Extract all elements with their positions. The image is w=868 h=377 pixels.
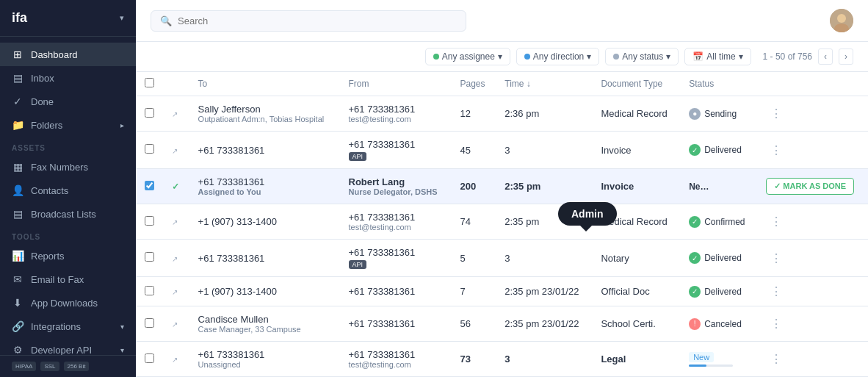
pagination-info: 1 - 50 of 756 — [763, 51, 812, 62]
avatar[interactable] — [830, 9, 853, 32]
more-options-icon[interactable]: ⋮ — [766, 143, 786, 158]
header-pages[interactable]: Pages — [451, 72, 496, 96]
row-to-5: +61 733381361 — [189, 240, 340, 277]
sidebar-item-contacts[interactable]: 👤 Contacts — [0, 179, 136, 202]
row-more-1[interactable]: ⋮ — [757, 96, 868, 132]
sidebar-item-email-to-fax[interactable]: ✉ Email to Fax — [0, 268, 136, 291]
header-doc-type[interactable]: Document Type — [592, 72, 680, 96]
row-pages-3: 200 — [451, 169, 496, 204]
row-checkbox-6[interactable] — [136, 277, 163, 306]
row-checkbox-5[interactable] — [136, 240, 163, 277]
row-status-5: ✓ Delivered — [680, 240, 757, 277]
pagination-prev[interactable]: ‹ — [818, 49, 833, 65]
header-time[interactable]: Time ↓ — [496, 72, 592, 96]
pagination-next[interactable]: › — [839, 49, 853, 65]
sending-icon: ● — [689, 108, 701, 120]
select-all-checkbox[interactable] — [145, 78, 154, 87]
table-row: ↗ +61 733381361 +61 733381361 API 45 3 I… — [136, 132, 868, 169]
row-more-4[interactable]: ⋮ — [757, 204, 868, 240]
row-more-8[interactable]: ⋮ — [757, 342, 868, 377]
progress-bar-8 — [689, 365, 733, 367]
logo-dropdown-icon[interactable]: ▾ — [120, 13, 124, 23]
row-from-4: +61 733381361 test@testing.com — [340, 204, 452, 240]
from-sub-1: test@testing.com — [349, 115, 443, 123]
row-checkbox-7[interactable] — [136, 306, 163, 342]
search-box[interactable]: 🔍 — [151, 10, 466, 32]
status-text-6: Delivered — [704, 287, 742, 297]
integrations-icon: 🔗 — [12, 320, 23, 332]
more-options-icon[interactable]: ⋮ — [766, 214, 786, 229]
row-more-2[interactable]: ⋮ — [757, 132, 868, 169]
sidebar-label-folders: Folders — [31, 120, 62, 131]
fax-table: To From Pages Time ↓ Document Type Statu… — [136, 72, 868, 377]
row-to-6: +1 (907) 313-1400 — [189, 277, 340, 306]
row-from-6: +61 733381361 — [340, 277, 452, 306]
row-from-2: +61 733381361 API — [340, 132, 452, 169]
row-checkbox-1[interactable] — [136, 96, 163, 132]
table-row: ↗ Candisce Mullen Case Manager, 33 Campu… — [136, 306, 868, 342]
more-options-icon[interactable]: ⋮ — [766, 351, 786, 367]
to-main-1: Sally Jefferson — [198, 104, 331, 115]
direction-filter[interactable]: Any direction ▾ — [516, 48, 599, 65]
to-main-2: +61 733381361 — [198, 145, 331, 156]
more-options-icon[interactable]: ⋮ — [766, 316, 786, 331]
contacts-icon: 👤 — [12, 184, 23, 196]
row-checkbox-4[interactable] — [136, 204, 163, 240]
row-mark-done-3[interactable]: ✓ MARK AS DONE — [757, 169, 868, 204]
more-options-icon[interactable]: ⋮ — [766, 251, 786, 266]
row-checkbox-2[interactable] — [136, 132, 163, 169]
row-more-5[interactable]: ⋮ — [757, 240, 868, 277]
row-arrow-6: ↗ — [163, 277, 189, 306]
to-sub-7: Case Manager, 33 Campuse — [198, 325, 331, 334]
row-doctype-4: Medical Record — [592, 204, 680, 240]
sidebar-item-broadcast-lists[interactable]: ▤ Broadcast Lists — [0, 202, 136, 226]
status-text-2: Delivered — [704, 145, 742, 155]
sidebar-nav: ⊞ Dashboard ▤ Inbox ✓ Done 📁 Folders ▸ A… — [0, 37, 136, 355]
to-main-3: +61 733381361 — [198, 176, 331, 187]
sidebar-item-fax-numbers[interactable]: ▦ Fax Numbers — [0, 155, 136, 179]
assignee-arrow-icon: ▾ — [498, 51, 502, 62]
sidebar-item-developer-api[interactable]: ⚙ Developer API ▾ — [0, 338, 136, 355]
direction-dot — [524, 54, 530, 60]
header-to[interactable]: To — [189, 72, 340, 96]
folders-arrow-icon: ▸ — [120, 121, 124, 129]
delivered-icon-2: ✓ — [689, 144, 701, 156]
row-from-5: +61 733381361 API — [340, 240, 452, 277]
sidebar-item-dashboard[interactable]: ⊞ Dashboard — [0, 43, 136, 66]
sidebar-item-reports[interactable]: 📊 Reports — [0, 244, 136, 268]
row-pages-7: 56 — [451, 306, 496, 342]
sidebar-item-app-downloads[interactable]: ⬇ App Downloads — [0, 291, 136, 315]
row-check-3: ✓ — [163, 169, 189, 204]
256bit-badge: 256 Bit — [64, 362, 90, 371]
app-downloads-icon: ⬇ — [12, 297, 23, 309]
row-doctype-5: Notary — [592, 240, 680, 277]
row-more-7[interactable]: ⋮ — [757, 306, 868, 342]
row-time-3: 2:35 pm — [496, 169, 592, 204]
row-more-6[interactable]: ⋮ — [757, 277, 868, 306]
sidebar-item-folders[interactable]: 📁 Folders ▸ — [0, 113, 136, 137]
table-header-row: To From Pages Time ↓ Document Type Statu… — [136, 72, 868, 96]
time-label: All time — [706, 51, 735, 62]
row-checkbox-3[interactable] — [136, 169, 163, 204]
status-filter[interactable]: Any status ▾ — [605, 48, 679, 65]
to-main-5: +61 733381361 — [198, 253, 331, 264]
sidebar-label-app-downloads: App Downloads — [31, 298, 98, 309]
email-to-fax-icon: ✉ — [12, 273, 23, 285]
row-checkbox-8[interactable] — [136, 342, 163, 377]
time-filter[interactable]: 📅 All time ▾ — [684, 48, 751, 65]
reports-icon: 📊 — [12, 250, 23, 262]
sidebar-item-done[interactable]: ✓ Done — [0, 90, 136, 113]
sidebar-item-inbox[interactable]: ▤ Inbox — [0, 66, 136, 90]
header-status[interactable]: Status — [680, 72, 757, 96]
more-options-icon[interactable]: ⋮ — [766, 106, 786, 121]
status-arrow-icon: ▾ — [666, 51, 670, 62]
sidebar-item-integrations[interactable]: 🔗 Integrations ▾ — [0, 315, 136, 338]
header-from[interactable]: From — [340, 72, 452, 96]
direction-label: Any direction — [533, 51, 584, 62]
search-input[interactable] — [178, 15, 457, 26]
more-options-icon[interactable]: ⋮ — [766, 284, 786, 299]
mark-as-done-button[interactable]: ✓ MARK AS DONE — [766, 178, 854, 195]
table-container: To From Pages Time ↓ Document Type Statu… — [136, 72, 868, 377]
assignee-filter[interactable]: Any assignee ▾ — [425, 48, 510, 65]
table-row: ↗ +61 733381361 +61 733381361 API 5 3 No… — [136, 240, 868, 277]
